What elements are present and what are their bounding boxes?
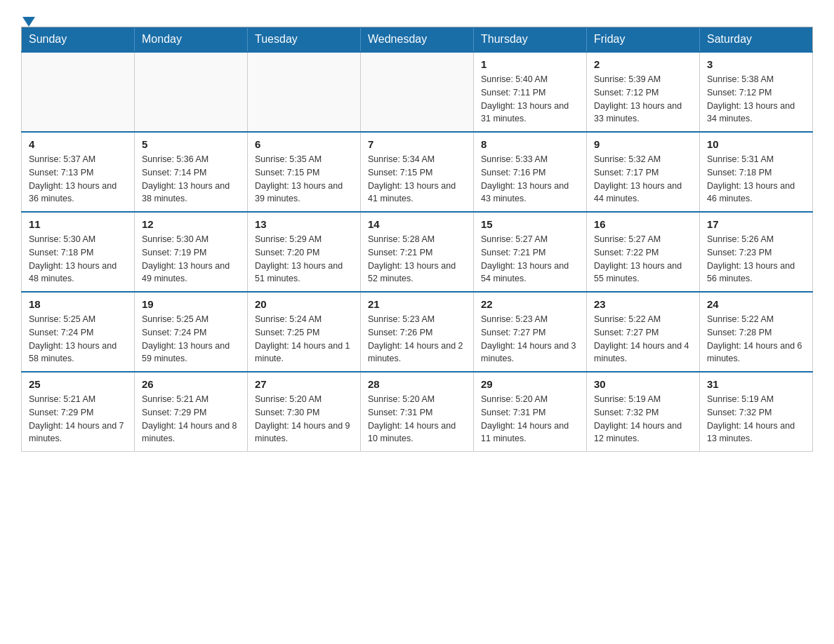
day-number: 16 — [594, 218, 692, 230]
day-number: 15 — [481, 218, 579, 230]
calendar-day-cell: 29Sunrise: 5:20 AM Sunset: 7:31 PM Dayli… — [474, 372, 587, 452]
day-number: 21 — [368, 298, 466, 310]
day-info: Sunrise: 5:19 AM Sunset: 7:32 PM Dayligh… — [707, 393, 805, 445]
day-info: Sunrise: 5:27 AM Sunset: 7:22 PM Dayligh… — [594, 233, 692, 286]
page-header — [21, 14, 813, 20]
day-number: 20 — [255, 298, 353, 310]
calendar-header-row: SundayMondayTuesdayWednesdayThursdayFrid… — [22, 27, 813, 53]
day-number: 3 — [707, 58, 805, 70]
day-info: Sunrise: 5:36 AM Sunset: 7:14 PM Dayligh… — [142, 153, 240, 206]
day-number: 26 — [142, 378, 240, 390]
calendar-day-cell: 23Sunrise: 5:22 AM Sunset: 7:27 PM Dayli… — [587, 292, 700, 372]
calendar-day-cell: 10Sunrise: 5:31 AM Sunset: 7:18 PM Dayli… — [700, 132, 813, 212]
day-number: 25 — [29, 378, 127, 390]
logo-arrow-icon — [22, 17, 35, 27]
day-info: Sunrise: 5:27 AM Sunset: 7:21 PM Dayligh… — [481, 233, 579, 286]
calendar-day-cell: 15Sunrise: 5:27 AM Sunset: 7:21 PM Dayli… — [474, 212, 587, 292]
day-info: Sunrise: 5:39 AM Sunset: 7:12 PM Dayligh… — [594, 73, 692, 126]
day-info: Sunrise: 5:34 AM Sunset: 7:15 PM Dayligh… — [368, 153, 466, 206]
day-of-week-header: Saturday — [700, 27, 813, 53]
day-info: Sunrise: 5:33 AM Sunset: 7:16 PM Dayligh… — [481, 153, 579, 206]
day-number: 18 — [29, 298, 127, 310]
day-number: 13 — [255, 218, 353, 230]
calendar-day-cell: 31Sunrise: 5:19 AM Sunset: 7:32 PM Dayli… — [700, 372, 813, 452]
day-number: 31 — [707, 378, 805, 390]
calendar-day-cell: 20Sunrise: 5:24 AM Sunset: 7:25 PM Dayli… — [248, 292, 361, 372]
day-info: Sunrise: 5:25 AM Sunset: 7:24 PM Dayligh… — [29, 313, 127, 365]
calendar-day-cell: 17Sunrise: 5:26 AM Sunset: 7:23 PM Dayli… — [700, 212, 813, 292]
calendar-day-cell: 25Sunrise: 5:21 AM Sunset: 7:29 PM Dayli… — [22, 372, 135, 452]
day-of-week-header: Monday — [135, 27, 248, 53]
calendar-day-cell: 27Sunrise: 5:20 AM Sunset: 7:30 PM Dayli… — [248, 372, 361, 452]
day-of-week-header: Wednesday — [361, 27, 474, 53]
calendar-day-cell: 6Sunrise: 5:35 AM Sunset: 7:15 PM Daylig… — [248, 132, 361, 212]
day-of-week-header: Tuesday — [248, 27, 361, 53]
day-of-week-header: Friday — [587, 27, 700, 53]
day-info: Sunrise: 5:25 AM Sunset: 7:24 PM Dayligh… — [142, 313, 240, 365]
day-number: 27 — [255, 378, 353, 390]
day-info: Sunrise: 5:21 AM Sunset: 7:29 PM Dayligh… — [142, 393, 240, 445]
day-number: 9 — [594, 138, 692, 150]
calendar-week-row: 18Sunrise: 5:25 AM Sunset: 7:24 PM Dayli… — [22, 292, 813, 372]
calendar-day-cell: 4Sunrise: 5:37 AM Sunset: 7:13 PM Daylig… — [22, 132, 135, 212]
calendar-table: SundayMondayTuesdayWednesdayThursdayFrid… — [21, 27, 813, 452]
day-info: Sunrise: 5:20 AM Sunset: 7:31 PM Dayligh… — [481, 393, 579, 445]
day-number: 6 — [255, 138, 353, 150]
calendar-day-cell: 13Sunrise: 5:29 AM Sunset: 7:20 PM Dayli… — [248, 212, 361, 292]
day-number: 29 — [481, 378, 579, 390]
day-number: 30 — [594, 378, 692, 390]
day-number: 17 — [707, 218, 805, 230]
calendar-day-cell: 7Sunrise: 5:34 AM Sunset: 7:15 PM Daylig… — [361, 132, 474, 212]
day-number: 2 — [594, 58, 692, 70]
calendar-day-cell: 1Sunrise: 5:40 AM Sunset: 7:11 PM Daylig… — [474, 52, 587, 132]
calendar-day-cell: 5Sunrise: 5:36 AM Sunset: 7:14 PM Daylig… — [135, 132, 248, 212]
calendar-day-cell: 22Sunrise: 5:23 AM Sunset: 7:27 PM Dayli… — [474, 292, 587, 372]
day-info: Sunrise: 5:37 AM Sunset: 7:13 PM Dayligh… — [29, 153, 127, 206]
day-info: Sunrise: 5:22 AM Sunset: 7:28 PM Dayligh… — [707, 313, 805, 365]
calendar-day-cell: 26Sunrise: 5:21 AM Sunset: 7:29 PM Dayli… — [135, 372, 248, 452]
calendar-day-cell: 30Sunrise: 5:19 AM Sunset: 7:32 PM Dayli… — [587, 372, 700, 452]
day-of-week-header: Sunday — [22, 27, 135, 53]
day-info: Sunrise: 5:31 AM Sunset: 7:18 PM Dayligh… — [707, 153, 805, 206]
day-info: Sunrise: 5:24 AM Sunset: 7:25 PM Dayligh… — [255, 313, 353, 365]
day-info: Sunrise: 5:29 AM Sunset: 7:20 PM Dayligh… — [255, 233, 353, 286]
day-info: Sunrise: 5:28 AM Sunset: 7:21 PM Dayligh… — [368, 233, 466, 286]
calendar-day-cell — [361, 52, 474, 132]
calendar-day-cell: 2Sunrise: 5:39 AM Sunset: 7:12 PM Daylig… — [587, 52, 700, 132]
day-info: Sunrise: 5:32 AM Sunset: 7:17 PM Dayligh… — [594, 153, 692, 206]
day-info: Sunrise: 5:23 AM Sunset: 7:27 PM Dayligh… — [481, 313, 579, 365]
day-number: 24 — [707, 298, 805, 310]
calendar-week-row: 1Sunrise: 5:40 AM Sunset: 7:11 PM Daylig… — [22, 52, 813, 132]
logo — [21, 14, 37, 20]
calendar-day-cell — [22, 52, 135, 132]
day-number: 11 — [29, 218, 127, 230]
day-info: Sunrise: 5:19 AM Sunset: 7:32 PM Dayligh… — [594, 393, 692, 445]
day-info: Sunrise: 5:35 AM Sunset: 7:15 PM Dayligh… — [255, 153, 353, 206]
day-number: 22 — [481, 298, 579, 310]
calendar-day-cell: 16Sunrise: 5:27 AM Sunset: 7:22 PM Dayli… — [587, 212, 700, 292]
day-number: 14 — [368, 218, 466, 230]
calendar-day-cell: 28Sunrise: 5:20 AM Sunset: 7:31 PM Dayli… — [361, 372, 474, 452]
day-info: Sunrise: 5:38 AM Sunset: 7:12 PM Dayligh… — [707, 73, 805, 126]
calendar-day-cell: 12Sunrise: 5:30 AM Sunset: 7:19 PM Dayli… — [135, 212, 248, 292]
calendar-day-cell: 14Sunrise: 5:28 AM Sunset: 7:21 PM Dayli… — [361, 212, 474, 292]
calendar-day-cell: 11Sunrise: 5:30 AM Sunset: 7:18 PM Dayli… — [22, 212, 135, 292]
day-number: 10 — [707, 138, 805, 150]
day-info: Sunrise: 5:40 AM Sunset: 7:11 PM Dayligh… — [481, 73, 579, 126]
calendar-day-cell: 18Sunrise: 5:25 AM Sunset: 7:24 PM Dayli… — [22, 292, 135, 372]
calendar-day-cell: 24Sunrise: 5:22 AM Sunset: 7:28 PM Dayli… — [700, 292, 813, 372]
day-number: 4 — [29, 138, 127, 150]
day-of-week-header: Thursday — [474, 27, 587, 53]
day-number: 12 — [142, 218, 240, 230]
calendar-day-cell — [135, 52, 248, 132]
day-info: Sunrise: 5:30 AM Sunset: 7:19 PM Dayligh… — [142, 233, 240, 286]
calendar-day-cell: 21Sunrise: 5:23 AM Sunset: 7:26 PM Dayli… — [361, 292, 474, 372]
day-info: Sunrise: 5:21 AM Sunset: 7:29 PM Dayligh… — [29, 393, 127, 445]
day-info: Sunrise: 5:20 AM Sunset: 7:30 PM Dayligh… — [255, 393, 353, 445]
calendar-week-row: 11Sunrise: 5:30 AM Sunset: 7:18 PM Dayli… — [22, 212, 813, 292]
day-number: 7 — [368, 138, 466, 150]
day-number: 23 — [594, 298, 692, 310]
day-info: Sunrise: 5:20 AM Sunset: 7:31 PM Dayligh… — [368, 393, 466, 445]
calendar-day-cell: 9Sunrise: 5:32 AM Sunset: 7:17 PM Daylig… — [587, 132, 700, 212]
calendar-day-cell — [248, 52, 361, 132]
